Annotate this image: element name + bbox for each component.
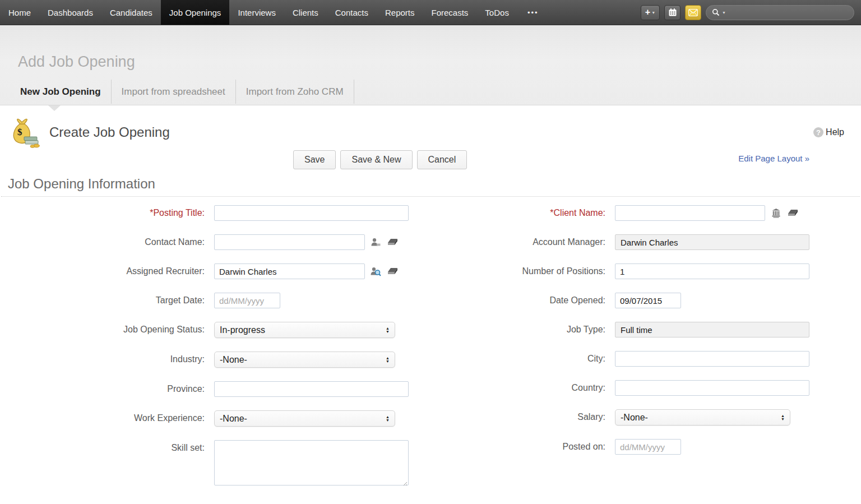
eraser-icon[interactable] [386,266,399,277]
help-label: Help [826,127,844,137]
client-name-label: *Client Name: [430,205,605,221]
country-label: Country: [430,380,605,396]
select-arrows-icon: ▲▼ [386,357,390,363]
job-type-readonly: Full time [615,322,809,337]
province-input[interactable] [214,381,409,397]
form-toolbar: Save Save & New Cancel Edit Page Layout … [0,150,861,173]
search-icon [712,8,720,16]
search-scope-caret-icon[interactable]: ▼ [722,11,726,15]
field-row-job-type: Job Type: Full time [430,322,861,337]
save-button[interactable]: Save [293,150,336,169]
money-bag-icon: $ [11,117,40,148]
tab-import-from-spreadsheet[interactable]: Import from spreadsheet [112,78,235,105]
nav-item-reports[interactable]: Reports [377,0,423,25]
nav-item-dashboards[interactable]: Dashboards [39,0,101,25]
svg-text:$: $ [17,127,22,137]
field-row-contact-name: Contact Name: [0,234,430,250]
account-manager-label: Account Manager: [430,234,605,250]
section-heading-job-info: Job Opening Information [8,176,861,196]
tab-bar: New Job Opening Import from spreadsheet … [0,78,861,105]
eraser-icon[interactable] [786,207,799,219]
form-column-left: *Posting Title: Contact Name: [0,205,430,501]
nav-item-home[interactable]: Home [0,0,39,25]
eraser-icon[interactable] [386,237,399,248]
save-and-new-button[interactable]: Save & New [340,150,412,169]
nav-item-todos[interactable]: ToDos [476,0,517,25]
tab-new-job-opening[interactable]: New Job Opening [10,78,111,105]
field-row-posting-title: *Posting Title: [0,205,430,221]
quick-add-button[interactable]: +▼ [641,5,660,20]
mail-button[interactable] [685,5,701,20]
city-label: City: [430,351,605,367]
client-lookup-icon[interactable] [770,207,782,219]
number-of-positions-input[interactable] [615,263,809,279]
top-navigation: Home Dashboards Candidates Job Openings … [0,0,861,25]
account-manager-readonly: Darwin Charles [615,234,809,250]
record-header: $ Create Job Opening ? Help [0,105,861,148]
select-arrows-icon: ▲▼ [781,414,785,421]
posting-title-label: *Posting Title: [0,205,205,221]
skill-set-textarea[interactable] [214,440,409,485]
active-tab-pointer [48,105,61,111]
contact-lookup-icon[interactable] [369,237,382,248]
select-arrows-icon: ▲▼ [386,327,390,334]
work-experience-label: Work Experience: [0,410,205,426]
nav-more-menu[interactable]: ••• [517,0,549,25]
calendar-button[interactable] [664,5,681,20]
nav-item-contacts[interactable]: Contacts [327,0,377,25]
record-heading: Create Job Opening [49,124,170,140]
field-row-posted-on: Posted on: [430,439,861,455]
assigned-recruiter-input[interactable] [214,263,365,279]
field-row-city: City: [430,351,861,367]
nav-items: Home Dashboards Candidates Job Openings … [0,0,549,25]
target-date-input[interactable] [214,293,280,308]
salary-label: Salary: [430,409,605,425]
job-opening-status-label: Job Opening Status: [0,322,205,337]
contact-name-input[interactable] [214,234,365,250]
salary-select[interactable]: -None- ▲▼ [615,409,790,426]
industry-value: -None- [220,355,247,365]
job-opening-status-select[interactable]: In-progress ▲▼ [214,322,395,338]
industry-label: Industry: [0,352,205,367]
nav-right-actions: +▼ ▼ [641,0,861,25]
job-opening-form: *Posting Title: Contact Name: [0,197,861,501]
page-header: Add Job Opening New Job Opening Import f… [0,25,861,105]
posted-on-input[interactable] [615,439,681,455]
nav-item-clients[interactable]: Clients [284,0,327,25]
help-link[interactable]: ? Help [813,127,844,137]
nav-item-job-openings[interactable]: Job Openings [161,0,230,25]
main-content: $ Create Job Opening ? Help Save Save & … [0,105,861,504]
field-row-account-manager: Account Manager: Darwin Charles [430,234,861,250]
select-arrows-icon: ▲▼ [386,415,390,422]
cancel-button[interactable]: Cancel [417,150,467,169]
field-row-country: Country: [430,380,861,396]
search-input[interactable] [728,8,848,17]
help-icon: ? [813,127,823,137]
date-opened-input[interactable] [615,293,681,308]
mail-icon [688,9,698,16]
country-input[interactable] [615,380,809,396]
city-input[interactable] [615,351,809,367]
nav-item-forecasts[interactable]: Forecasts [423,0,477,25]
contact-name-label: Contact Name: [0,234,205,250]
form-column-right: *Client Name: [430,205,861,501]
tab-import-from-zoho-crm[interactable]: Import from Zoho CRM [236,78,354,105]
date-opened-label: Date Opened: [430,293,605,308]
field-row-province: Province: [0,381,430,397]
work-experience-select[interactable]: -None- ▲▼ [214,410,395,427]
field-row-industry: Industry: -None- ▲▼ [0,352,430,368]
field-row-client-name: *Client Name: [430,205,861,221]
client-name-input[interactable] [615,205,765,221]
edit-page-layout-link[interactable]: Edit Page Layout » [738,154,809,163]
field-row-salary: Salary: -None- ▲▼ [430,409,861,426]
industry-select[interactable]: -None- ▲▼ [214,352,395,368]
user-lookup-icon[interactable] [369,266,382,277]
caret-down-icon: ▼ [651,11,655,15]
posting-title-input[interactable] [214,205,409,221]
toolbar-buttons: Save Save & New Cancel [293,150,467,169]
field-row-date-opened: Date Opened: [430,293,861,308]
nav-item-interviews[interactable]: Interviews [229,0,284,25]
field-row-work-experience: Work Experience: -None- ▲▼ [0,410,430,427]
field-row-target-date: Target Date: [0,293,430,308]
nav-item-candidates[interactable]: Candidates [101,0,161,25]
